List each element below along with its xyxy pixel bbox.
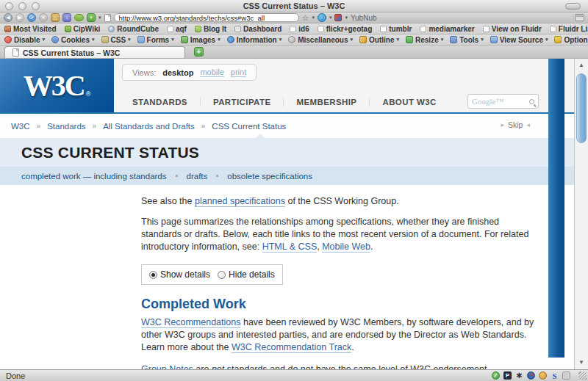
- webdev-menu-resize[interactable]: Resize▾: [406, 36, 443, 44]
- subnav-obsolete[interactable]: obsolete specifications: [227, 172, 312, 181]
- bookmark-item[interactable]: Fluidr Link: [550, 25, 588, 33]
- webdev-menu-information[interactable]: Information▾: [227, 36, 282, 44]
- subnav-drafts[interactable]: drafts: [187, 172, 208, 181]
- scroll-up-arrow-icon[interactable]: ▲: [575, 60, 588, 70]
- tab-css-current-status[interactable]: CSS Current Status – W3C: [4, 46, 185, 58]
- webdev-menu-miscellaneous[interactable]: Miscellaneous▾: [288, 36, 353, 44]
- caret-down-icon: ▾: [351, 37, 354, 43]
- radio-on-icon: [149, 271, 157, 279]
- group-notes-link[interactable]: Group Notes: [141, 364, 193, 369]
- caret-down-icon: ▾: [481, 37, 484, 43]
- search-icon[interactable]: [529, 99, 534, 104]
- extension-p-icon[interactable]: P: [503, 371, 512, 380]
- window-mode-icon[interactable]: [575, 14, 584, 21]
- new-tab-button[interactable]: +: [194, 47, 204, 57]
- globe-status-icon[interactable]: [527, 371, 535, 380]
- nav-membership[interactable]: MEMBERSHIP: [283, 98, 369, 106]
- status-check-icon[interactable]: ✓: [492, 371, 500, 380]
- breadcrumb-separator: »: [37, 122, 41, 130]
- status-icons: ✓ P ✱ S: [492, 371, 570, 380]
- hide-details-radio[interactable]: Hide details: [218, 269, 275, 280]
- greasemonkey-icon[interactable]: [539, 371, 547, 380]
- stop-icon[interactable]: ✕: [39, 13, 48, 22]
- completed-work-paragraph: W3C Recommendations have been reviewed b…: [141, 316, 539, 354]
- page-subnav: completed work — including standards dra…: [0, 167, 574, 185]
- forward-icon[interactable]: ▶: [15, 13, 24, 22]
- url-dropdown-caret-icon[interactable]: ▾: [312, 15, 315, 21]
- breadcrumb-w3c[interactable]: W3C: [11, 122, 30, 131]
- zoom-window-button[interactable]: [32, 2, 40, 10]
- resize-grip[interactable]: [578, 371, 587, 380]
- tab-favicon: [12, 48, 19, 57]
- w3c-recommendations-link[interactable]: W3C Recommendations: [141, 317, 240, 328]
- bookmark-item[interactable]: RoundCube: [108, 25, 159, 33]
- skip-right-arrow-icon: ◂: [526, 121, 530, 128]
- bookmark-item[interactable]: Dashboard: [234, 25, 282, 33]
- widget-caret-icon[interactable]: ▾: [329, 15, 332, 21]
- add-bookmark-icon[interactable]: +: [87, 13, 96, 22]
- bookmark-item[interactable]: CipWiki: [65, 25, 101, 33]
- html-css-link[interactable]: HTML & CSS: [262, 242, 318, 253]
- views-print-link[interactable]: print: [231, 68, 246, 77]
- reload-icon[interactable]: ⟳: [27, 13, 36, 22]
- google-search-input[interactable]: Google™: [467, 94, 539, 109]
- webdev-menu-options[interactable]: Options▾: [554, 36, 588, 44]
- bookmark-item[interactable]: id6: [290, 25, 309, 33]
- bookmark-item[interactable]: Blog It: [195, 25, 226, 33]
- scrollbar-thumb[interactable]: [576, 73, 587, 143]
- disable-icon: [4, 36, 12, 43]
- skip-link[interactable]: ▸ Skip ◂: [501, 120, 531, 129]
- back-icon[interactable]: ◀: [4, 13, 12, 22]
- bookmark-star-icon[interactable]: ☆: [302, 14, 309, 22]
- webdev-menu-cookies[interactable]: Cookies▾: [51, 36, 94, 44]
- webdev-menu-disable[interactable]: Disable▾: [4, 36, 45, 44]
- webdev-menu-view-source[interactable]: View Source▾: [490, 36, 548, 44]
- cookies-icon: [51, 36, 59, 43]
- show-details-radio[interactable]: Show details: [149, 269, 210, 280]
- extension-icon[interactable]: [74, 14, 84, 21]
- webdev-menu-tools[interactable]: Tools▾: [450, 36, 483, 44]
- w3c-logo[interactable]: W3C ®: [0, 59, 114, 112]
- toolbar-caret-icon[interactable]: ▾: [98, 15, 101, 21]
- mobile-web-link[interactable]: Mobile Web: [322, 242, 370, 253]
- webdev-menu-images[interactable]: Images▾: [181, 36, 220, 44]
- nav-participate[interactable]: PARTICIPATE: [200, 98, 284, 106]
- bookmark-item[interactable]: mediamarker: [420, 25, 474, 33]
- bookmark-item[interactable]: flickr+geotag: [318, 25, 373, 33]
- bookmark-item[interactable]: View on Fluidr: [483, 25, 542, 33]
- nav-standards[interactable]: STANDARDS: [120, 98, 200, 106]
- webdev-menu-outline[interactable]: Outline▾: [359, 36, 399, 44]
- breadcrumb-standards[interactable]: Standards: [47, 122, 85, 131]
- home-icon[interactable]: ⌂: [51, 13, 60, 22]
- source-icon: [490, 36, 498, 43]
- skip-label: Skip: [508, 120, 523, 129]
- views-mobile-link[interactable]: mobile: [200, 68, 223, 77]
- toolbar-toggle-capsule[interactable]: [565, 3, 581, 10]
- search-engine-icon[interactable]: [334, 14, 342, 21]
- search-input[interactable]: YubNub: [351, 14, 377, 22]
- close-window-button[interactable]: [5, 2, 13, 10]
- widget-blue-icon[interactable]: [318, 13, 326, 22]
- breadcrumb-all-standards[interactable]: All Standards and Drafts: [103, 122, 195, 131]
- group-notes-paragraph: Group Notes are not standards and do not…: [141, 363, 539, 369]
- nav-about-w3c[interactable]: ABOUT W3C: [369, 98, 448, 106]
- url-field[interactable]: http://www.w3.org/standards/techs/css#w3…: [114, 13, 299, 22]
- caret-down-icon: ▾: [545, 37, 548, 43]
- webdev-menu-css[interactable]: CSS▾: [101, 36, 131, 44]
- subnav-completed-work[interactable]: completed work — including standards: [21, 172, 167, 181]
- minimize-window-button[interactable]: [18, 2, 26, 10]
- scroll-down-arrow-icon[interactable]: ▼: [575, 358, 588, 368]
- page-icon: [290, 26, 296, 32]
- webdev-menu-forms[interactable]: Forms▾: [137, 36, 174, 44]
- s-badge-icon[interactable]: S: [551, 371, 559, 380]
- download-icon[interactable]: ↓: [62, 13, 71, 22]
- planned-specifications-link[interactable]: planned specifications: [195, 196, 285, 207]
- page-title: CSS CURRENT STATUS: [0, 138, 574, 167]
- bookmark-item[interactable]: tumblr: [380, 25, 412, 33]
- bookmark-item[interactable]: aqf: [167, 25, 187, 33]
- search-engine-caret-icon[interactable]: ▾: [345, 15, 348, 21]
- recommendation-track-link[interactable]: W3C Recommendation Track: [232, 342, 351, 353]
- snowflake-icon[interactable]: ✱: [515, 371, 523, 380]
- vertical-scrollbar[interactable]: ▲ ▼: [574, 59, 588, 369]
- bookmark-item[interactable]: Most Visited: [4, 25, 57, 33]
